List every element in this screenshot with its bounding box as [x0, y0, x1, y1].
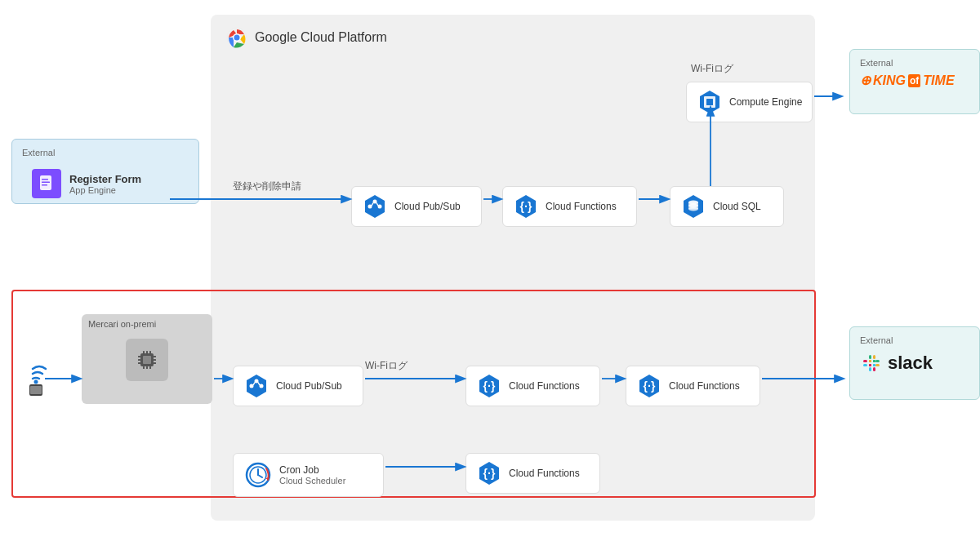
svg-rect-11: [873, 364, 875, 366]
external-left-box: External Register Form App Engine: [11, 139, 199, 204]
compute-engine-node: Compute Engine: [686, 82, 813, 122]
pubsub-label-2: Cloud Pub/Sub: [276, 380, 342, 392]
svg-rect-25: [154, 359, 156, 361]
svg-rect-10: [873, 360, 875, 362]
pubsub-hex-icon-1: [362, 193, 388, 220]
wifi-device: [18, 357, 47, 398]
cron-job-node: Cron Job Cloud Scheduler: [233, 453, 384, 497]
external-slack-label: External: [860, 335, 969, 345]
cloud-pubsub-node-1: Cloud Pub/Sub: [351, 186, 482, 227]
svg-text:{·}: {·}: [483, 379, 496, 393]
pubsub-hex-icon-2: [243, 373, 270, 399]
functions-hex-icon-3: {·}: [636, 373, 662, 399]
cloud-functions-node-2: {·} Cloud Functions: [466, 366, 600, 406]
functions-label-4: Cloud Functions: [509, 468, 580, 479]
svg-rect-16: [42, 179, 48, 180]
gcp-title: Google Cloud Platform: [255, 30, 387, 45]
cloud-sql-label: Cloud SQL: [713, 201, 761, 212]
form-doc-icon: [38, 175, 56, 193]
svg-rect-5: [869, 355, 871, 359]
wifi-log-label-top: Wi-Fiログ: [691, 62, 733, 76]
svg-text:{·}: {·}: [483, 467, 496, 480]
cloud-sql-node: Cloud SQL: [670, 186, 784, 227]
chip-icon: [134, 347, 160, 373]
register-form-name: Register Form: [69, 173, 141, 185]
slack-icon: [860, 352, 883, 375]
pubsub-label-1: Cloud Pub/Sub: [394, 201, 461, 212]
svg-rect-17: [42, 182, 50, 184]
cron-job-name: Cron Job: [279, 464, 345, 476]
svg-rect-4: [863, 364, 867, 366]
svg-rect-20: [143, 356, 151, 364]
svg-rect-23: [138, 362, 140, 364]
svg-rect-8: [869, 367, 871, 371]
mercari-label: Mercari on-premi: [82, 314, 212, 334]
svg-text:{·}: {·}: [644, 379, 656, 393]
svg-point-49: [688, 207, 698, 211]
functions-hex-icon-1: {·}: [513, 193, 539, 220]
register-form-text: Register Form App Engine: [69, 173, 141, 195]
functions-label-3: Cloud Functions: [669, 380, 740, 392]
mercari-box: Mercari on-premi: [82, 314, 212, 404]
external-left-label: External: [22, 148, 189, 157]
arrow-label-registration: 登録や削除申請: [233, 180, 301, 193]
cron-job-text: Cron Job Cloud Scheduler: [279, 464, 345, 486]
svg-rect-29: [149, 351, 151, 353]
external-kot-box: External ⊕ KING of TIME: [849, 49, 980, 114]
svg-rect-21: [138, 356, 140, 357]
functions-label-2: Cloud Functions: [509, 380, 580, 392]
register-form-icon: [32, 169, 61, 198]
svg-rect-30: [143, 366, 145, 369]
gcp-logo-icon: [225, 26, 248, 49]
functions-label-1: Cloud Functions: [546, 201, 617, 212]
cloud-functions-node-1: {·} Cloud Functions: [502, 186, 637, 227]
svg-rect-14: [875, 364, 880, 366]
svg-rect-3: [863, 360, 867, 362]
svg-rect-18: [42, 184, 47, 186]
gcp-header: Google Cloud Platform: [225, 26, 387, 49]
svg-rect-22: [138, 359, 140, 361]
svg-rect-52: [706, 99, 713, 105]
diagram-root: Google Cloud Platform Wi-Fiログ External ⊕…: [0, 0, 980, 550]
svg-rect-32: [149, 366, 151, 369]
arrow-label-wifi: Wi-Fiログ: [365, 359, 408, 373]
cloud-functions-node-3: {·} Cloud Functions: [626, 366, 760, 406]
functions-hex-icon-2: {·}: [476, 373, 502, 399]
register-form-sub: App Engine: [69, 185, 141, 195]
cloud-pubsub-node-2: Cloud Pub/Sub: [233, 366, 363, 406]
svg-rect-13: [875, 360, 880, 362]
svg-text:{·}: {·}: [520, 200, 532, 213]
svg-rect-31: [146, 366, 148, 369]
svg-point-33: [34, 380, 38, 384]
functions-hex-icon-4: {·}: [476, 460, 502, 486]
svg-rect-24: [154, 356, 156, 357]
svg-rect-26: [154, 362, 156, 364]
wifi-device-icon: [18, 357, 47, 398]
svg-rect-12: [873, 367, 875, 371]
svg-rect-7: [869, 364, 871, 366]
cloud-functions-node-4: {·} Cloud Functions: [466, 453, 600, 494]
svg-point-2: [234, 35, 240, 41]
kot-logo: ⊕ KING of TIME: [860, 73, 969, 88]
svg-rect-27: [143, 351, 145, 353]
svg-rect-9: [873, 355, 875, 359]
compute-engine-label: Compute Engine: [729, 96, 802, 108]
external-slack-box: External slack: [849, 326, 980, 400]
svg-rect-6: [869, 360, 871, 362]
external-kot-label: External: [860, 58, 969, 68]
cron-job-sub: Cloud Scheduler: [279, 476, 345, 486]
slack-text-label: slack: [888, 353, 933, 374]
slack-logo: slack: [860, 352, 969, 375]
cloud-sql-hex-icon: [680, 193, 706, 220]
register-form-node: Register Form App Engine: [22, 162, 189, 205]
svg-rect-35: [30, 386, 42, 394]
cloud-scheduler-icon: [243, 460, 273, 490]
svg-rect-28: [146, 351, 148, 353]
compute-engine-hex-icon: [697, 89, 723, 115]
mercari-server-icon: [126, 339, 168, 381]
